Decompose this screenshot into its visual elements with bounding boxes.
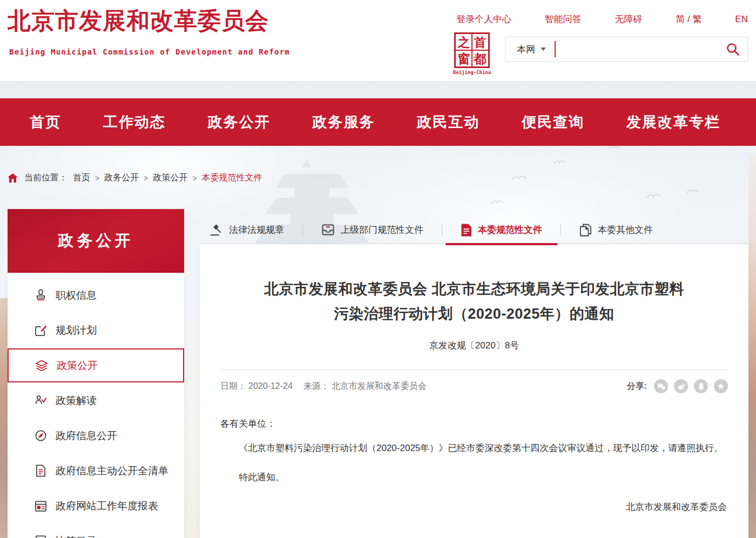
accessibility-link[interactable]: 无障碍 — [615, 13, 643, 25]
nav-item-home[interactable]: 首页 — [30, 112, 61, 132]
document-list-icon — [33, 465, 48, 477]
article-title-line: 北京市发展和改革委员会 北京市生态环境局关于印发北京市塑料 — [264, 281, 684, 297]
share-label: 分享: — [627, 381, 647, 392]
breadcrumb-item-gov-disclosure[interactable]: 政务公开 — [104, 172, 139, 184]
tab-divider — [442, 224, 442, 236]
sidebar-item-label: 职权信息 — [56, 288, 97, 302]
nav-item-gov-disclosure[interactable]: 政务公开 — [208, 112, 271, 132]
search-box: 本网 — [505, 37, 748, 62]
seal-char: 首 — [472, 34, 488, 51]
article-meta: 日期：2020-12-24来源：北京市发展和改革委员会 — [220, 381, 429, 392]
simplified-traditional-toggle[interactable]: 简 / 繁 — [676, 13, 701, 25]
document-red-icon — [461, 224, 472, 237]
sidebar-item-authority-info[interactable]: 职权信息 — [8, 278, 184, 313]
share-bar: 分享: — [627, 379, 728, 393]
sidebar-list: 职权信息 规划计划 政 — [8, 273, 184, 538]
tab-label: 本委规范性文件 — [478, 224, 542, 236]
site-logo-title[interactable]: 北京市发展和改革委员会 — [8, 5, 269, 37]
breadcrumb-item-current: 本委规范性文件 — [202, 172, 262, 184]
breadcrumb-item-home[interactable]: 首页 — [73, 172, 90, 184]
nav-item-convenience-inquiry[interactable]: 便民查询 — [522, 112, 584, 132]
bird-decoration — [553, 159, 566, 165]
search-scope-select[interactable]: 本网 — [517, 43, 535, 56]
signature: 北京市发展和改革委员会 — [220, 499, 728, 515]
sidebar-item-label: 政府网站工作年度报表 — [56, 499, 158, 513]
sidebar-item-label: 政府信息公开 — [56, 429, 117, 443]
page: 北京市发展和改革委员会 Beijing Municipal Commission… — [0, 0, 756, 538]
breadcrumb: 当前位置： 首页 > 政务公开 > 政策公开 > 本委规范性文件 — [8, 172, 262, 184]
main-content: 法律法规规章 上级部门规范性文件 本委规范性文件 — [200, 216, 748, 538]
sidebar-item-label: 政策公开 — [57, 359, 98, 373]
document-number: 京发改规〔2020〕8号 — [220, 339, 728, 352]
gavel-icon — [210, 224, 223, 236]
inbox-icon — [321, 224, 335, 236]
smart-qa-link[interactable]: 智能问答 — [545, 13, 582, 25]
tab-label: 本委其他文件 — [598, 224, 653, 236]
article-title: 北京市发展和改革委员会 北京市生态环境局关于印发北京市塑料 污染治理行动计划（2… — [220, 244, 728, 326]
tab-label: 上级部门规范性文件 — [341, 224, 423, 236]
bird-decoration — [511, 174, 527, 181]
nav-item-gov-services[interactable]: 政务服务 — [312, 112, 375, 132]
seal-char: 之 — [456, 34, 472, 51]
article-body: 各有关单位： 《北京市塑料污染治理行动计划（2020-2025年）》已经市委深改… — [220, 416, 728, 515]
nav-item-reform-special-column[interactable]: 发展改革专栏 — [626, 112, 720, 132]
pages-icon — [579, 224, 592, 237]
tab-committee-other-docs[interactable]: 本委其他文件 — [579, 224, 653, 237]
sidebar: 政务公开 职权信息 规划计划 — [8, 209, 184, 538]
site-logo-subtitle: Beijing Municipal Commission of Developm… — [9, 48, 290, 56]
chevron-down-icon[interactable] — [541, 48, 546, 51]
article-meta-row: 日期：2020-12-24来源：北京市发展和改革委员会 分享: — [220, 379, 728, 393]
utility-links: 登录个人中心 智能问答 无障碍 简 / 繁 EN — [456, 13, 748, 25]
right-edge-mural — [748, 154, 756, 538]
weibo-icon[interactable] — [674, 379, 688, 393]
english-link[interactable]: EN — [735, 14, 748, 25]
bird-decoration — [646, 192, 661, 199]
sidebar-title: 政务公开 — [8, 209, 184, 273]
home-icon — [8, 173, 18, 183]
sidebar-item-policy-disclosure[interactable]: 政策公开 — [8, 348, 184, 382]
seal-caption: Beijing-China — [450, 70, 494, 75]
tab-committee-normative-docs[interactable]: 本委规范性文件 — [461, 224, 542, 237]
breadcrumb-item-policy-disclosure[interactable]: 政策公开 — [153, 172, 187, 184]
layers-icon — [35, 359, 49, 372]
body-paragraph: 特此通知。 — [220, 465, 728, 490]
stamp-icon — [33, 289, 48, 301]
person-check-icon — [33, 394, 48, 407]
bird-decoration — [490, 199, 504, 205]
salutation: 各有关单位： — [220, 416, 728, 432]
source-value: 北京市发展和改革委员会 — [332, 381, 427, 391]
sidebar-item-policy-interpretation[interactable]: 政策解读 — [8, 383, 184, 418]
plan-pencil-icon — [33, 324, 48, 337]
capital-window-seal-logo[interactable]: 之 首 窗 都 Beijing-China — [450, 32, 494, 75]
tabs: 法律法规规章 上级部门规范性文件 本委规范性文件 — [200, 216, 748, 244]
left-edge-mural — [0, 298, 8, 538]
breadcrumb-separator: > — [192, 174, 197, 183]
nav-item-work-dynamics[interactable]: 工作动态 — [103, 112, 166, 132]
star-icon[interactable] — [714, 379, 728, 393]
sidebar-item-label: 规划计划 — [56, 324, 97, 338]
breadcrumb-separator: > — [144, 174, 148, 183]
nav-item-public-interaction[interactable]: 政民互动 — [417, 112, 480, 132]
tab-laws-regulations[interactable]: 法律法规规章 — [210, 224, 284, 236]
tab-label: 法律法规规章 — [229, 224, 284, 236]
search-icon[interactable] — [726, 42, 740, 56]
body-paragraph: 《北京市塑料污染治理行动计划（2020-2025年）》已经市委深改委第十四次会议… — [220, 435, 728, 461]
article-panel: 北京市发展和改革委员会 北京市生态环境局关于印发北京市塑料 污染治理行动计划（2… — [200, 244, 748, 538]
tab-superior-normative-docs[interactable]: 上级部门规范性文件 — [321, 224, 423, 236]
source-label: 来源： — [303, 381, 329, 391]
wechat-icon[interactable] — [654, 379, 668, 393]
date-label: 日期： — [220, 381, 246, 391]
bird-decoration — [686, 188, 699, 194]
sidebar-item-proactive-disclosure-list[interactable]: 政府信息主动公开全清单 — [8, 453, 184, 488]
sidebar-item-website-annual-report[interactable]: 政府网站工作年度报表 — [8, 488, 184, 523]
tab-divider — [302, 224, 303, 236]
login-personal-center-link[interactable]: 登录个人中心 — [456, 13, 511, 25]
sidebar-item-planning[interactable]: 规划计划 — [8, 313, 184, 348]
sidebar-item-label: 政策解读 — [56, 394, 97, 408]
catalog-icon — [33, 535, 48, 538]
sidebar-item-gov-info-disclosure[interactable]: 政府信息公开 — [8, 418, 184, 453]
qq-icon[interactable] — [694, 379, 708, 393]
tab-divider — [561, 224, 561, 236]
sidebar-item-decision-catalog[interactable]: 决策目录 — [8, 523, 184, 538]
search-input[interactable] — [556, 37, 726, 61]
